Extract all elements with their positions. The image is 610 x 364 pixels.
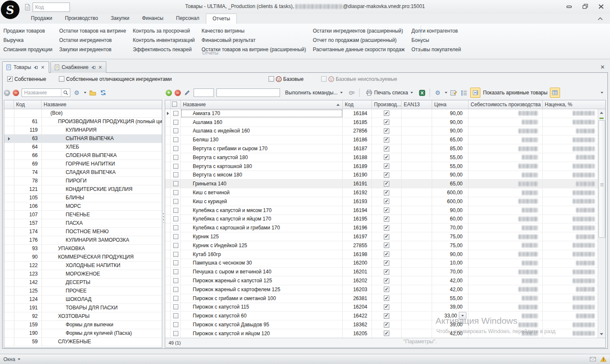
produced-checkbox[interactable] <box>384 119 389 125</box>
produced-checkbox[interactable] <box>384 181 389 187</box>
ribbon-menu-item[interactable]: Остатки ингредиентов <box>59 36 126 45</box>
ribbon-menu-item[interactable]: Бонусы <box>411 36 461 45</box>
tree-row[interactable]: 61 ПРОИЗВОДИМАЯ ПРОДУКЦИЯ (полный цикл) <box>4 118 162 126</box>
add-product-button[interactable]: + <box>166 90 172 96</box>
row-checkbox[interactable] <box>173 331 178 336</box>
ribbon-tab[interactable]: Закупки <box>104 14 136 24</box>
produced-checkbox[interactable] <box>384 110 389 116</box>
product-row[interactable]: Вертута с грибами и сыром 170 16187 85,0… <box>165 144 605 153</box>
tree-row[interactable]: 157 ПАСХА <box>4 219 162 228</box>
row-checkbox[interactable] <box>173 155 178 160</box>
row-checkbox[interactable] <box>173 322 178 327</box>
tree-row[interactable]: 191 ТОВАРЫ ДЛЯ ПАСХИ <box>4 304 162 312</box>
product-row[interactable]: Вертута с капустой 180 16188 55,00 <box>165 153 605 162</box>
product-row[interactable]: Вертута с мясом 180 16190 90,00 <box>165 171 605 180</box>
ribbon-tab[interactable]: Отчеты <box>206 14 237 24</box>
product-row[interactable]: Пирожок с грибами и сметаной 100 26381 5… <box>165 294 605 303</box>
product-row[interactable]: Ашлама 160 16185 90,00 <box>165 118 605 127</box>
chevron-down-icon[interactable] <box>84 92 86 94</box>
ribbon-tab[interactable]: Производство <box>58 14 104 24</box>
produced-checkbox[interactable] <box>384 322 389 328</box>
price-dropdown-button[interactable] <box>459 312 466 320</box>
pencil-icon[interactable] <box>183 88 191 97</box>
tree-row[interactable]: 176 КУЛИНАРИЯ ЗАМОРОЗКА <box>4 236 162 245</box>
tree-row[interactable]: 90 КОММЕРЧЕСКАЯ ПРОДУКЦИЯ <box>4 253 162 262</box>
product-row[interactable]: Кулебяка с картошкой и грибами 170 16196… <box>165 223 605 232</box>
produced-checkbox[interactable] <box>384 225 389 231</box>
row-checkbox[interactable] <box>173 137 178 142</box>
row-checkbox[interactable] <box>173 287 178 292</box>
product-row[interactable]: Амиата 170 16184 90,00 <box>165 109 605 118</box>
close-tab-icon[interactable]: ✕ <box>98 65 102 70</box>
ribbon-menu-item[interactable]: Отчет по продажам (расширенный) <box>313 36 405 45</box>
product-row[interactable]: Пирожок с капустой 60 16422 33,00 <box>165 312 605 320</box>
tree-row[interactable]: 121 КОНДИТЕРСКИЕ ИЗДЕЛИЯ <box>4 185 162 194</box>
ribbon-menu-item[interactable]: Контроль за просрочкой <box>133 26 195 36</box>
tree-row[interactable]: 105 БЛИНЫ <box>4 194 162 202</box>
row-checkbox[interactable] <box>173 269 178 274</box>
tree-row[interactable]: 63 СЫТНАЯ ВЫПЕЧКА <box>4 135 162 143</box>
tree-row[interactable]: 122 ХОЛОДНЫЕ НАПИТКИ <box>4 262 162 270</box>
ribbon-menu-item[interactable]: Долги контрагентов <box>411 26 461 36</box>
windows-menu-button[interactable]: Окна <box>3 356 20 362</box>
vertical-scrollbar[interactable] <box>598 109 605 338</box>
remove-group-button[interactable]: – <box>13 90 19 96</box>
tab-snabzhenie[interactable]: Снабжение ✕ <box>50 61 107 73</box>
produced-checkbox[interactable] <box>384 251 389 257</box>
scrollbar-thumb[interactable] <box>599 120 605 238</box>
scroll-down-button[interactable] <box>598 331 605 338</box>
row-checkbox[interactable] <box>173 111 178 116</box>
detail-list-icon[interactable] <box>460 88 468 97</box>
tree-row[interactable]: 190 Формы для куличей (Пасха) <box>4 329 162 338</box>
grid-view-icon[interactable] <box>550 88 560 98</box>
produced-checkbox[interactable] <box>384 234 389 240</box>
margin-column-header[interactable]: Наценка, % <box>543 100 598 109</box>
product-row[interactable]: Киш с ветчиной 16192 600,00 <box>165 188 605 197</box>
print-list-button[interactable]: Печать списка <box>363 89 416 97</box>
cost-column-header[interactable]: Себестоимость производства <box>469 100 543 109</box>
design-form-icon[interactable] <box>450 88 458 97</box>
select-all-header[interactable] <box>171 100 181 109</box>
ribbon-menu-item[interactable]: Качество витрины <box>202 26 306 36</box>
tree-row[interactable]: 123 МОРОЖЕНОЕ <box>4 270 162 279</box>
tree-row[interactable]: 74 СЛАДКАЯ ВЫПЕЧКА <box>4 168 162 177</box>
ribbon-menu-item[interactable]: Остатки товаров на витрине <box>59 26 126 36</box>
warning-icon[interactable] <box>600 356 607 362</box>
row-checkbox[interactable] <box>173 190 178 195</box>
row-checkbox[interactable] <box>173 243 178 248</box>
row-checkbox[interactable] <box>173 181 178 186</box>
tree-row[interactable]: 64 ХЛЕБ <box>4 143 162 152</box>
product-row[interactable]: Кулебяка с капустой и мясом 170 16194 90… <box>165 206 605 215</box>
checkbox[interactable] <box>7 76 13 82</box>
tree-row[interactable]: 106 МОРС <box>4 202 162 211</box>
row-checkbox[interactable] <box>173 252 178 257</box>
remove-product-button[interactable]: – <box>175 90 181 96</box>
close-button[interactable] <box>598 4 605 9</box>
row-checkbox[interactable] <box>173 208 178 213</box>
filter-field-small[interactable] <box>194 88 214 97</box>
add-group-button[interactable]: + <box>4 90 10 96</box>
tree-row[interactable]: 125 ПРОЧЕЕ <box>4 287 162 295</box>
execute-commands-button[interactable]: Выполнить команды... <box>283 89 345 97</box>
product-row[interactable]: Пирожок с капустой и яйцом 120 16205 42,… <box>165 329 605 338</box>
scroll-up-button[interactable] <box>598 109 605 116</box>
gears-icon[interactable]: ⚙⚙ <box>348 88 355 97</box>
produced-checkbox[interactable] <box>384 269 389 275</box>
produced-checkbox[interactable] <box>384 243 389 248</box>
produced-checkbox[interactable] <box>384 207 389 213</box>
tree-row[interactable]: 69 ГОРЯЧИЕ НАПИТКИ <box>4 160 162 168</box>
excel-icon[interactable] <box>418 88 426 97</box>
produced-checkbox[interactable] <box>384 313 389 319</box>
tree-row[interactable]: 93 УПАКОВКА <box>4 245 162 253</box>
row-checkbox[interactable] <box>173 164 178 169</box>
product-row[interactable]: Гриньетка 140 16191 65,00 <box>165 179 605 188</box>
tree-row[interactable]: 59 СЛУЖЕБНЫЕ <box>4 338 162 346</box>
toolbar-overflow-icon[interactable] <box>601 92 603 94</box>
ribbon-tab[interactable]: Финансы <box>136 14 169 24</box>
tree-row[interactable]: 66 СЛОЕНАЯ ВЫПЕЧКА <box>4 152 162 160</box>
filter-field-large[interactable] <box>216 88 280 97</box>
tree-row[interactable]: (Все) <box>4 109 162 118</box>
tree-search-input[interactable] <box>22 90 61 96</box>
envelope-icon[interactable] <box>590 357 596 361</box>
pin-icon[interactable] <box>91 65 96 70</box>
